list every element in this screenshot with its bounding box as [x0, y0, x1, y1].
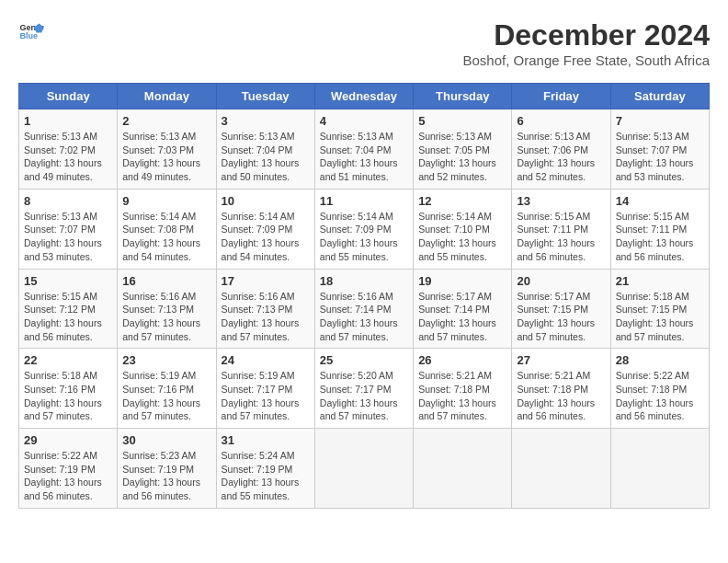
day-info: Sunrise: 5:17 AMSunset: 7:15 PMDaylight:…	[517, 290, 605, 344]
calendar-cell: 8 Sunrise: 5:13 AMSunset: 7:07 PMDayligh…	[19, 189, 118, 269]
day-number: 16	[122, 274, 210, 288]
col-friday: Friday	[512, 84, 610, 109]
day-info: Sunrise: 5:14 AMSunset: 7:09 PMDaylight:…	[320, 210, 408, 264]
day-info: Sunrise: 5:15 AMSunset: 7:12 PMDaylight:…	[24, 290, 112, 344]
calendar-cell: 18 Sunrise: 5:16 AMSunset: 7:14 PMDaylig…	[314, 269, 413, 349]
calendar-cell: 5 Sunrise: 5:13 AMSunset: 7:05 PMDayligh…	[414, 109, 512, 190]
day-info: Sunrise: 5:14 AMSunset: 7:09 PMDaylight:…	[222, 210, 310, 264]
calendar-cell: 4 Sunrise: 5:13 AMSunset: 7:04 PMDayligh…	[314, 109, 413, 190]
calendar-week-row: 15 Sunrise: 5:15 AMSunset: 7:12 PMDaylig…	[19, 269, 710, 349]
day-number: 17	[222, 274, 310, 288]
day-info: Sunrise: 5:21 AMSunset: 7:18 PMDaylight:…	[418, 369, 506, 423]
calendar-cell: 21 Sunrise: 5:18 AMSunset: 7:15 PMDaylig…	[610, 269, 709, 349]
title-block: December 2024 Boshof, Orange Free State,…	[463, 18, 710, 68]
day-number: 25	[320, 353, 408, 367]
calendar-cell: 11 Sunrise: 5:14 AMSunset: 7:09 PMDaylig…	[314, 189, 413, 269]
calendar-subtitle: Boshof, Orange Free State, South Africa	[463, 52, 710, 68]
day-number: 4	[320, 114, 408, 128]
day-number: 11	[320, 194, 408, 208]
day-number: 30	[122, 433, 210, 447]
calendar-cell: 20 Sunrise: 5:17 AMSunset: 7:15 PMDaylig…	[512, 269, 610, 349]
calendar-cell: 10 Sunrise: 5:14 AMSunset: 7:09 PMDaylig…	[216, 189, 314, 269]
day-info: Sunrise: 5:20 AMSunset: 7:17 PMDaylight:…	[320, 369, 408, 423]
calendar-week-row: 1 Sunrise: 5:13 AMSunset: 7:02 PMDayligh…	[19, 109, 710, 190]
day-number: 26	[418, 353, 506, 367]
day-number: 15	[24, 274, 112, 288]
calendar-cell: 17 Sunrise: 5:16 AMSunset: 7:13 PMDaylig…	[216, 269, 314, 349]
day-info: Sunrise: 5:21 AMSunset: 7:18 PMDaylight:…	[517, 369, 605, 423]
calendar-week-row: 29 Sunrise: 5:22 AMSunset: 7:19 PMDaylig…	[19, 429, 710, 509]
calendar-cell: 27 Sunrise: 5:21 AMSunset: 7:18 PMDaylig…	[512, 349, 610, 429]
day-number: 2	[122, 114, 210, 128]
day-number: 5	[418, 114, 506, 128]
calendar-cell: 22 Sunrise: 5:18 AMSunset: 7:16 PMDaylig…	[19, 349, 118, 429]
day-info: Sunrise: 5:22 AMSunset: 7:18 PMDaylight:…	[616, 369, 704, 423]
col-saturday: Saturday	[610, 84, 709, 109]
calendar-cell: 12 Sunrise: 5:14 AMSunset: 7:10 PMDaylig…	[414, 189, 512, 269]
day-number: 1	[24, 114, 112, 128]
calendar-week-row: 22 Sunrise: 5:18 AMSunset: 7:16 PMDaylig…	[19, 349, 710, 429]
day-info: Sunrise: 5:15 AMSunset: 7:11 PMDaylight:…	[616, 210, 704, 264]
day-info: Sunrise: 5:18 AMSunset: 7:15 PMDaylight:…	[616, 290, 704, 344]
header-row: Sunday Monday Tuesday Wednesday Thursday…	[19, 84, 710, 109]
day-info: Sunrise: 5:13 AMSunset: 7:04 PMDaylight:…	[222, 130, 310, 184]
day-info: Sunrise: 5:19 AMSunset: 7:17 PMDaylight:…	[222, 369, 310, 423]
calendar-cell: 13 Sunrise: 5:15 AMSunset: 7:11 PMDaylig…	[512, 189, 610, 269]
calendar-cell: 25 Sunrise: 5:20 AMSunset: 7:17 PMDaylig…	[314, 349, 413, 429]
day-number: 22	[24, 353, 112, 367]
day-info: Sunrise: 5:17 AMSunset: 7:14 PMDaylight:…	[418, 290, 506, 344]
day-info: Sunrise: 5:15 AMSunset: 7:11 PMDaylight:…	[517, 210, 605, 264]
calendar-cell: 9 Sunrise: 5:14 AMSunset: 7:08 PMDayligh…	[118, 189, 216, 269]
calendar-cell: 24 Sunrise: 5:19 AMSunset: 7:17 PMDaylig…	[216, 349, 314, 429]
calendar-week-row: 8 Sunrise: 5:13 AMSunset: 7:07 PMDayligh…	[19, 189, 710, 269]
col-sunday: Sunday	[19, 84, 118, 109]
day-number: 14	[616, 194, 704, 208]
day-number: 23	[122, 353, 210, 367]
day-info: Sunrise: 5:13 AMSunset: 7:07 PMDaylight:…	[24, 210, 112, 264]
day-number: 18	[320, 274, 408, 288]
calendar-cell: 14 Sunrise: 5:15 AMSunset: 7:11 PMDaylig…	[610, 189, 709, 269]
calendar-cell: 28 Sunrise: 5:22 AMSunset: 7:18 PMDaylig…	[610, 349, 709, 429]
day-number: 20	[517, 274, 605, 288]
col-monday: Monday	[118, 84, 216, 109]
day-number: 29	[24, 433, 112, 447]
col-tuesday: Tuesday	[216, 84, 314, 109]
svg-text:Blue: Blue	[19, 31, 38, 40]
day-number: 31	[222, 433, 310, 447]
day-number: 19	[418, 274, 506, 288]
day-info: Sunrise: 5:24 AMSunset: 7:19 PMDaylight:…	[222, 449, 310, 503]
day-number: 10	[222, 194, 310, 208]
day-info: Sunrise: 5:16 AMSunset: 7:13 PMDaylight:…	[122, 290, 210, 344]
day-number: 12	[418, 194, 506, 208]
day-info: Sunrise: 5:13 AMSunset: 7:03 PMDaylight:…	[122, 130, 210, 184]
calendar-cell: 2 Sunrise: 5:13 AMSunset: 7:03 PMDayligh…	[118, 109, 216, 190]
calendar-cell: 29 Sunrise: 5:22 AMSunset: 7:19 PMDaylig…	[19, 429, 118, 509]
calendar-cell: 15 Sunrise: 5:15 AMSunset: 7:12 PMDaylig…	[19, 269, 118, 349]
logo: General Blue	[18, 18, 44, 44]
day-number: 3	[222, 114, 310, 128]
day-number: 27	[517, 353, 605, 367]
day-number: 13	[517, 194, 605, 208]
day-number: 21	[616, 274, 704, 288]
calendar-cell: 26 Sunrise: 5:21 AMSunset: 7:18 PMDaylig…	[414, 349, 512, 429]
day-info: Sunrise: 5:13 AMSunset: 7:07 PMDaylight:…	[616, 130, 704, 184]
calendar-cell	[512, 429, 610, 509]
day-info: Sunrise: 5:18 AMSunset: 7:16 PMDaylight:…	[24, 369, 112, 423]
calendar-cell	[610, 429, 709, 509]
calendar-title: December 2024	[463, 18, 710, 52]
day-info: Sunrise: 5:14 AMSunset: 7:08 PMDaylight:…	[122, 210, 210, 264]
col-wednesday: Wednesday	[314, 84, 413, 109]
logo-icon: General Blue	[18, 18, 44, 44]
day-info: Sunrise: 5:13 AMSunset: 7:02 PMDaylight:…	[24, 130, 112, 184]
day-number: 8	[24, 194, 112, 208]
calendar-cell: 3 Sunrise: 5:13 AMSunset: 7:04 PMDayligh…	[216, 109, 314, 190]
calendar-table: Sunday Monday Tuesday Wednesday Thursday…	[18, 83, 710, 509]
day-number: 9	[122, 194, 210, 208]
calendar-cell	[414, 429, 512, 509]
calendar-cell: 19 Sunrise: 5:17 AMSunset: 7:14 PMDaylig…	[414, 269, 512, 349]
day-info: Sunrise: 5:22 AMSunset: 7:19 PMDaylight:…	[24, 449, 112, 503]
page-header: General Blue December 2024 Boshof, Orang…	[18, 18, 710, 68]
day-info: Sunrise: 5:23 AMSunset: 7:19 PMDaylight:…	[122, 449, 210, 503]
day-info: Sunrise: 5:16 AMSunset: 7:13 PMDaylight:…	[222, 290, 310, 344]
calendar-cell: 30 Sunrise: 5:23 AMSunset: 7:19 PMDaylig…	[118, 429, 216, 509]
